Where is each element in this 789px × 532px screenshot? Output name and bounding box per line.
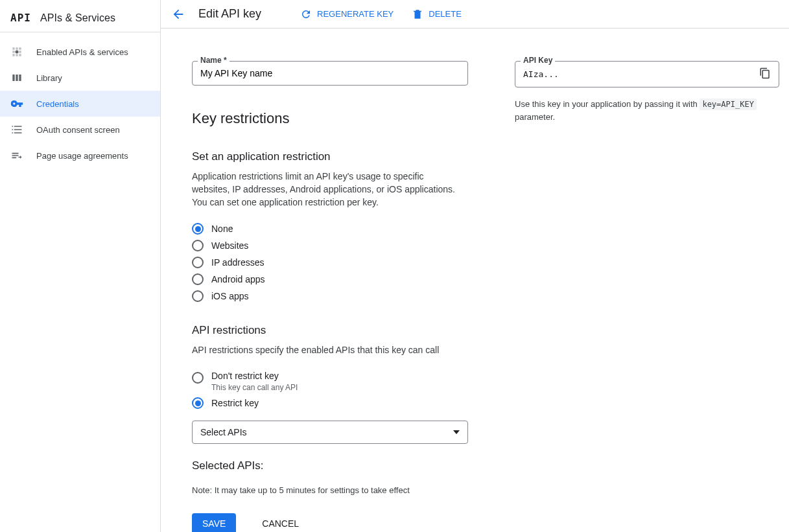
api-key-help: Use this key in your application by pass… (515, 98, 779, 124)
regenerate-label: REGENERATE KEY (317, 9, 394, 19)
radio-restrict[interactable]: Restrict key (192, 395, 468, 411)
radio-icon (192, 257, 204, 268)
back-button[interactable] (171, 7, 185, 21)
select-placeholder: Select APIs (200, 427, 247, 437)
arrow-back-icon (171, 7, 185, 21)
sidebar-item-enabled-apis[interactable]: Enabled APIs & services (0, 39, 160, 65)
agreements-icon (10, 149, 23, 162)
api-restriction-heading: API restrictions (192, 324, 468, 337)
sidebar-item-label: Enabled APIs & services (36, 47, 128, 57)
refresh-icon (300, 8, 312, 20)
sidebar-item-label: Library (36, 73, 62, 83)
sidebar-item-oauth[interactable]: OAuth consent screen (0, 117, 160, 143)
sidebar-item-credentials[interactable]: Credentials (0, 91, 160, 117)
restrictions-heading: Key restrictions (192, 110, 468, 127)
app-restriction-heading: Set an application restriction (192, 150, 468, 163)
radio-icon (192, 397, 204, 409)
save-button[interactable]: SAVE (192, 513, 236, 532)
radio-none[interactable]: None (192, 220, 468, 237)
api-key-field: API Key AIza... (515, 61, 779, 87)
settings-note: Note: It may take up to 5 minutes for se… (192, 485, 468, 495)
radio-icon (192, 290, 204, 302)
radio-websites[interactable]: Websites (192, 237, 468, 254)
top-actions: REGENERATE KEY DELETE (300, 8, 462, 20)
delete-button[interactable]: DELETE (412, 8, 462, 20)
radio-label: Android apps (211, 274, 265, 284)
radio-icon (192, 372, 204, 384)
name-input[interactable] (193, 62, 467, 85)
radio-label: None (211, 224, 233, 234)
select-apis-dropdown[interactable]: Select APIs (192, 421, 468, 444)
api-key-value: AIza... (523, 69, 559, 79)
sidebar-header: API APIs & Services (0, 8, 160, 32)
selected-apis-heading: Selected APIs: (192, 459, 468, 472)
radio-label: IP addresses (211, 257, 264, 268)
app-restriction-desc: Application restrictions limit an API ke… (192, 170, 458, 209)
sidebar-item-library[interactable]: Library (0, 65, 160, 91)
key-icon (10, 97, 23, 110)
svg-point-0 (16, 51, 19, 54)
name-field: Name * (192, 61, 468, 86)
sidebar-item-label: Page usage agreements (36, 151, 128, 161)
regenerate-button[interactable]: REGENERATE KEY (300, 8, 394, 20)
api-restriction-desc: API restrictions specify the enabled API… (192, 343, 458, 356)
sidebar-item-label: Credentials (36, 99, 79, 109)
library-icon (10, 71, 23, 84)
copy-button[interactable] (759, 67, 771, 81)
radio-ip[interactable]: IP addresses (192, 254, 468, 271)
sidebar-divider (0, 32, 160, 32)
radio-icon (192, 273, 204, 285)
api-key-code: key=API_KEY (700, 98, 756, 110)
chevron-down-icon (453, 430, 460, 434)
radio-icon (192, 240, 204, 251)
radio-label: Restrict key (211, 398, 259, 408)
sidebar-item-label: OAuth consent screen (36, 125, 120, 135)
main: Edit API key REGENERATE KEY DELETE Name … (161, 0, 789, 532)
radio-icon (192, 223, 204, 235)
delete-label: DELETE (429, 9, 462, 19)
radio-label: Don't restrict key (211, 371, 298, 381)
delete-icon (412, 8, 423, 20)
radio-dont-restrict[interactable]: Don't restrict key This key can call any… (192, 368, 468, 395)
page-title: Edit API key (198, 7, 261, 21)
radio-hint: This key can call any API (211, 383, 298, 392)
consent-icon (10, 123, 23, 136)
grid-icon (10, 45, 23, 58)
app-restriction-group: None Websites IP addresses Android apps (192, 220, 468, 305)
sidebar: API APIs & Services Enabled APIs & servi… (0, 0, 161, 532)
api-logo-icon: API (10, 12, 31, 24)
topbar: Edit API key REGENERATE KEY DELETE (161, 0, 789, 29)
radio-label: iOS apps (211, 291, 249, 301)
sidebar-item-agreements[interactable]: Page usage agreements (0, 143, 160, 168)
api-key-label: API Key (521, 56, 555, 64)
radio-android[interactable]: Android apps (192, 271, 468, 288)
radio-ios[interactable]: iOS apps (192, 288, 468, 305)
content: Name * Key restrictions Set an applicati… (161, 29, 789, 532)
sidebar-title: APIs & Services (40, 12, 115, 24)
button-row: SAVE CANCEL (192, 513, 468, 532)
radio-label: Websites (211, 240, 248, 251)
cancel-button[interactable]: CANCEL (252, 513, 309, 532)
name-label: Name * (198, 56, 230, 64)
copy-icon (759, 67, 771, 79)
